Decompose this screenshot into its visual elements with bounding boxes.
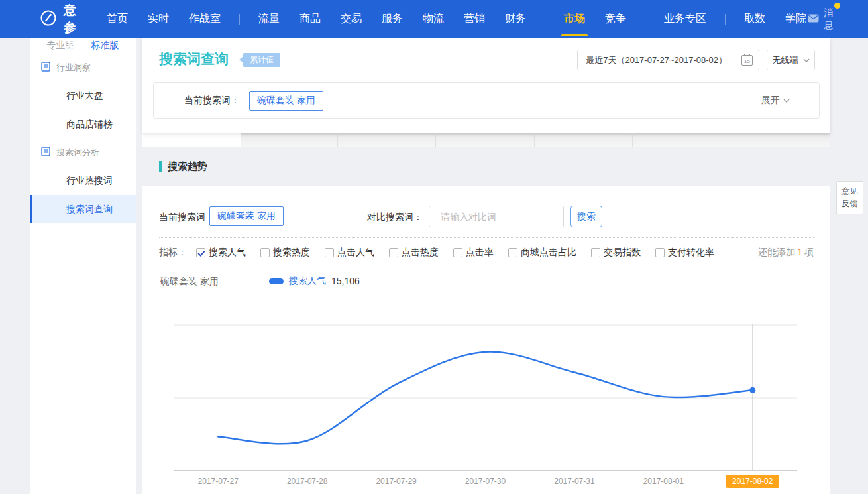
checkbox-unchecked[interactable] <box>260 248 270 257</box>
add-more-suffix: 项 <box>804 247 814 257</box>
current-term-label: 当前搜索词： <box>184 95 240 107</box>
compare-input-box <box>429 206 564 227</box>
nav-message-label: 消息 <box>824 7 834 32</box>
sidebar: 专业版 标准版 行业洞察行业大盘商品店铺榜搜索词分析行业热搜词搜索词查询 <box>30 38 136 494</box>
search-trend-card: 当前搜索词： 碗碟套装 家用 对比搜索词： 搜索 指标： 搜索人气搜索热度点击人… <box>142 186 830 494</box>
metric-search-popularity[interactable]: 搜索人气 <box>196 247 246 259</box>
calendar-button[interactable]: 15 <box>735 50 759 70</box>
legend-row: 碗碟套装 家用 搜索人气 15,106 <box>159 273 814 289</box>
nav-item-home[interactable]: 首页 <box>105 0 129 38</box>
checkbox-unchecked[interactable] <box>591 248 600 257</box>
terminal-select[interactable]: 无线端 <box>767 50 815 70</box>
metric-label: 搜索热度 <box>273 247 310 259</box>
trend-line-chart[interactable]: 2017-07-272017-07-282017-07-292017-07-30… <box>164 305 830 494</box>
nav-item-service[interactable]: 服务 <box>380 0 404 38</box>
nav-item-market[interactable]: 市场 <box>563 0 586 38</box>
sidebar-item-industry-overview[interactable]: 行业大盘 <box>30 82 136 110</box>
nav-item-competition[interactable]: 竞争 <box>604 0 627 38</box>
tab-cell-1[interactable] <box>241 133 337 147</box>
metric-label: 商城点击占比 <box>521 247 576 259</box>
tab-cell-active[interactable] <box>142 133 241 147</box>
chevron-down-icon <box>783 99 790 103</box>
sidebar-section-title: 搜索词分析 <box>56 147 99 158</box>
add-more-prefix: 还能添加 <box>758 247 795 257</box>
main-content: 搜索词查询 累计值 最近7天（2017-07-27~2017-08-02） 15… <box>142 38 830 494</box>
tab-cell-5[interactable] <box>632 133 830 147</box>
sidebar-item-product-shop-rank[interactable]: 商品店铺榜 <box>30 110 136 139</box>
current-term-filter: 当前搜索词： 碗碟套装 家用 展开 <box>153 82 820 119</box>
page-title: 搜索词查询 <box>159 50 229 68</box>
tab-cell-2[interactable] <box>337 133 435 147</box>
query-header-card: 搜索词查询 累计值 最近7天（2017-07-27~2017-08-02） 15… <box>142 38 830 133</box>
metric-label: 点击率 <box>466 247 494 259</box>
nav-item-data-fetch[interactable]: 取数 <box>743 0 767 38</box>
metric-items: 搜索人气搜索热度点击人气点击热度点击率商城点击占比交易指数支付转化率 <box>196 247 729 259</box>
notification-dot <box>834 3 840 9</box>
tab-cell-3[interactable] <box>435 133 534 147</box>
nav-item-business-zone[interactable]: 业务专区 <box>663 0 708 38</box>
nav-item-trade[interactable]: 交易 <box>339 0 363 38</box>
brand[interactable]: 生意参谋 <box>40 0 80 54</box>
chart-svg: 2017-07-272017-07-282017-07-292017-07-30… <box>164 305 830 494</box>
nav-item-finance[interactable]: 财务 <box>504 0 527 38</box>
x-axis-label: 2017-07-27 <box>198 477 239 486</box>
feedback-line1: 意见 <box>837 185 863 198</box>
nav-message[interactable]: 消息 <box>808 7 834 32</box>
metric-trade-index[interactable]: 交易指数 <box>591 247 641 259</box>
metric-mall-click-ratio[interactable]: 商城点击占比 <box>508 247 576 259</box>
x-axis-label: 2017-07-31 <box>554 477 595 486</box>
nav-item-marketing[interactable]: 营销 <box>462 0 486 38</box>
x-axis-label: 2017-08-02 <box>732 477 773 486</box>
metrics-row: 指标： 搜索人气搜索热度点击人气点击热度点击率商城点击占比交易指数支付转化率 还… <box>159 245 814 265</box>
section-title: 搜索趋势 <box>168 160 207 173</box>
metric-label: 支付转化率 <box>668 247 714 259</box>
x-axis-label: 2017-08-01 <box>643 477 684 486</box>
tab-strip <box>142 133 830 147</box>
version-tab-standard[interactable]: 标准版 <box>91 40 119 52</box>
nav-item-product[interactable]: 商品 <box>298 0 322 38</box>
nav-item-traffic[interactable]: 流量 <box>257 0 281 38</box>
legend-series[interactable]: 搜索人气 15,106 <box>269 273 360 289</box>
nav-menu: 首页实时作战室流量商品交易服务物流营销财务市场竞争业务专区取数学院 <box>105 0 808 38</box>
sidebar-section-search-word-analysis: 搜索词分析 <box>30 139 136 166</box>
legend-metric-value: 15,106 <box>331 276 360 286</box>
version-tabs-divider <box>83 41 83 50</box>
sidebar-item-industry-hot-words[interactable]: 行业热搜词 <box>30 166 136 195</box>
nav-group-divider <box>239 14 240 25</box>
nav-item-academy[interactable]: 学院 <box>784 0 808 38</box>
metric-click-popularity[interactable]: 点击人气 <box>325 247 374 259</box>
compare-term-label: 对比搜索词： <box>367 206 423 228</box>
checkbox-unchecked[interactable] <box>655 248 665 257</box>
feedback-line2: 反馈 <box>837 198 863 210</box>
checkbox-checked[interactable] <box>196 248 205 257</box>
metric-click-rate[interactable]: 点击率 <box>453 247 494 259</box>
sidebar-section-industry-insight: 行业洞察 <box>30 54 136 82</box>
metric-label: 点击人气 <box>337 247 374 259</box>
x-axis-label: 2017-07-29 <box>376 477 417 486</box>
date-range-picker[interactable]: 最近7天（2017-07-27~2017-08-02） 15 <box>577 50 759 70</box>
sidebar-item-search-word-query[interactable]: 搜索词查询 <box>30 195 136 223</box>
metrics-label: 指标： <box>159 247 187 259</box>
feedback-button[interactable]: 意见 反馈 <box>836 181 863 214</box>
nav-item-realtime[interactable]: 实时 <box>146 0 170 38</box>
checkbox-unchecked[interactable] <box>508 248 517 257</box>
checkbox-unchecked[interactable] <box>453 248 462 257</box>
metric-click-heat[interactable]: 点击热度 <box>389 247 439 259</box>
current-term-chip[interactable]: 碗碟套装 家用 <box>209 206 284 226</box>
nav-item-logistics[interactable]: 物流 <box>421 0 445 38</box>
checkbox-unchecked[interactable] <box>325 248 334 257</box>
metric-search-heat[interactable]: 搜索热度 <box>260 247 310 259</box>
nav-group-divider <box>545 14 545 25</box>
current-term-chip[interactable]: 碗碟套装 家用 <box>249 91 323 111</box>
checkbox-unchecked[interactable] <box>389 248 398 257</box>
compare-input[interactable] <box>441 212 561 222</box>
nav-item-war-room[interactable]: 作战室 <box>188 0 222 38</box>
top-navbar: 生意参谋 首页实时作战室流量商品交易服务物流营销财务市场竞争业务专区取数学院 消… <box>0 0 868 38</box>
search-button[interactable]: 搜索 <box>570 206 602 227</box>
document-icon <box>41 62 50 74</box>
trend-filter-row: 当前搜索词： 碗碟套装 家用 对比搜索词： 搜索 <box>142 206 830 228</box>
metric-payment-conversion[interactable]: 支付转化率 <box>655 247 714 259</box>
legend-marker <box>269 278 284 284</box>
expand-link[interactable]: 展开 <box>761 95 790 107</box>
tab-cell-4[interactable] <box>534 133 632 147</box>
